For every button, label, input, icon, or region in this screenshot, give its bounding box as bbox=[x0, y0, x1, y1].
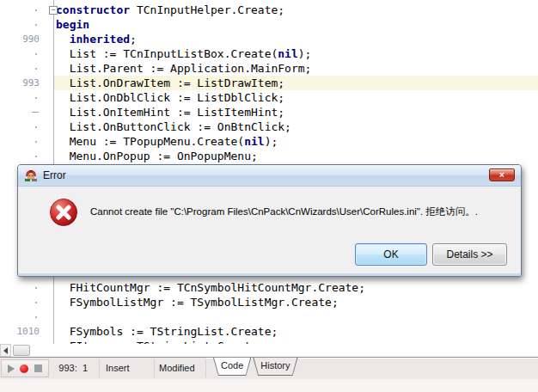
code-line[interactable]: begin bbox=[0, 17, 538, 32]
code-text: List.Parent := Application.MainForm; bbox=[56, 62, 311, 75]
error-message: Cannot create file "C:\Program Files\CnP… bbox=[90, 205, 478, 218]
code-text: FItems := TStringList.Create; bbox=[56, 340, 265, 344]
gutter-marker: 993 bbox=[0, 76, 40, 90]
gutter-marker bbox=[0, 17, 40, 32]
code-text: List.OnItemHint := ListItemHint; bbox=[56, 106, 284, 119]
insert-mode-indicator: Insert bbox=[106, 358, 130, 379]
gutter-marker bbox=[0, 280, 40, 295]
fold-collapse-icon[interactable]: − bbox=[49, 6, 58, 15]
gutter-marker bbox=[0, 295, 40, 309]
code-text: List.OnDrawItem := ListDrawItem; bbox=[56, 77, 284, 89]
gutter-marker bbox=[0, 134, 40, 149]
code-text: constructor TCnInputHelper.Create; bbox=[56, 3, 284, 16]
gutter-marker: 1010 bbox=[0, 324, 40, 339]
code-line[interactable]: List := TCnInputListBox.Create(nil); bbox=[0, 46, 538, 61]
gutter-marker bbox=[0, 3, 40, 17]
statusbar-divider bbox=[154, 359, 155, 377]
code-line[interactable]: 993 List.OnDrawItem := ListDrawItem; bbox=[0, 76, 538, 90]
tab-label: History bbox=[253, 358, 297, 374]
macro-panel bbox=[1, 359, 49, 377]
gutter-marker bbox=[0, 46, 40, 61]
error-dialog: Error × Cannot create file "C:\Program F… bbox=[17, 164, 522, 277]
code-text: Menu := TPopupMenu.Create(nil); bbox=[56, 135, 278, 148]
code-line[interactable]: 990 inherited; bbox=[0, 32, 538, 46]
dialog-title: Error bbox=[43, 165, 66, 186]
code-text: List.OnButtonClick := OnBtnClick; bbox=[56, 120, 291, 133]
code-line[interactable]: List.OnButtonClick := OnBtnClick; bbox=[0, 119, 538, 134]
scroll-left-arrow-icon[interactable] bbox=[0, 344, 11, 357]
code-line[interactable]: 1010 FSymbols := TStringList.Create; bbox=[0, 324, 538, 339]
play-icon[interactable] bbox=[8, 364, 15, 373]
stop-icon[interactable] bbox=[34, 364, 42, 372]
code-line[interactable]: FSymbolListMgr := TSymbolListMgr.Create; bbox=[0, 295, 538, 309]
gutter-marker bbox=[0, 149, 40, 163]
code-line[interactable]: Menu := TPopupMenu.Create(nil); bbox=[0, 134, 538, 149]
modified-indicator: Modified bbox=[159, 358, 195, 379]
gutter-marker bbox=[0, 309, 40, 324]
code-text: FSymbolListMgr := TSymbolListMgr.Create; bbox=[56, 296, 339, 309]
dialog-body: Cannot create file "C:\Program Files\CnP… bbox=[18, 187, 521, 276]
caret-position: 993: 1 bbox=[50, 358, 88, 379]
horizontal-scrollbar[interactable] bbox=[0, 344, 538, 357]
delphi-app-icon bbox=[24, 168, 38, 182]
statusbar-divider bbox=[99, 359, 100, 377]
code-text: Menu.OnPopup := OnPopupMenu; bbox=[56, 150, 258, 162]
tab-code[interactable]: Code bbox=[213, 358, 251, 376]
scroll-thumb[interactable] bbox=[13, 345, 30, 356]
dialog-titlebar[interactable]: Error × bbox=[18, 165, 521, 187]
statusbar: 993: 1 Insert Modified CodeHistory bbox=[0, 357, 538, 379]
error-icon bbox=[49, 198, 78, 227]
close-icon[interactable]: × bbox=[489, 168, 515, 181]
gutter-marker bbox=[0, 90, 40, 105]
tab-history[interactable]: History bbox=[253, 358, 297, 376]
code-line[interactable]: List.OnDblClick := ListDblClick; bbox=[0, 90, 538, 105]
code-line[interactable]: −constructor TCnInputHelper.Create; bbox=[0, 3, 538, 17]
bottom-filler bbox=[0, 379, 538, 392]
code-line[interactable]: List.Parent := Application.MainForm; bbox=[0, 61, 538, 76]
code-line[interactable]: Menu.OnPopup := OnPopupMenu; bbox=[0, 149, 538, 163]
code-text: List.OnDblClick := ListDblClick; bbox=[56, 91, 284, 104]
editor-tabstrip: CodeHistory bbox=[206, 358, 538, 379]
code-text: inherited; bbox=[56, 33, 137, 46]
code-line[interactable]: FHitCountMgr := TCnSymbolHitCountMgr.Cre… bbox=[0, 280, 538, 295]
code-line[interactable] bbox=[0, 309, 538, 324]
ide-window: −constructor TCnInputHelper.Create;begin… bbox=[0, 0, 538, 392]
details-button[interactable]: Details >> bbox=[432, 243, 507, 266]
record-icon[interactable] bbox=[20, 364, 28, 373]
code-text: FSymbols := TStringList.Create; bbox=[56, 325, 278, 338]
tab-label: Code bbox=[213, 358, 251, 374]
code-line[interactable]: List.OnItemHint := ListItemHint; bbox=[0, 105, 538, 119]
code-text: begin bbox=[56, 18, 89, 31]
code-text: List := TCnInputListBox.Create(nil); bbox=[56, 47, 311, 60]
gutter-marker: 990 bbox=[0, 32, 40, 46]
gutter-marker bbox=[0, 105, 40, 119]
code-text: FHitCountMgr := TCnSymbolHitCountMgr.Cre… bbox=[56, 281, 365, 294]
gutter-marker bbox=[0, 119, 40, 134]
gutter-marker bbox=[0, 61, 40, 76]
ok-button[interactable]: OK bbox=[355, 243, 427, 266]
